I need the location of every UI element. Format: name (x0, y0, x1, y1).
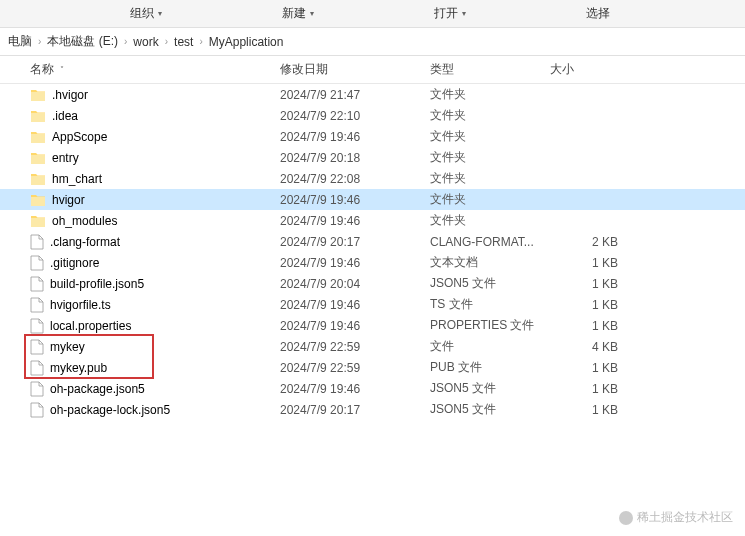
folder-icon (30, 214, 46, 228)
file-row[interactable]: mykey2024/7/9 22:59文件4 KB (0, 336, 745, 357)
column-name-header[interactable]: 名称 ˅ (0, 61, 280, 78)
file-date-cell: 2024/7/9 22:10 (280, 109, 430, 123)
file-date-cell: 2024/7/9 20:04 (280, 277, 430, 291)
toolbar-select-label: 选择 (586, 5, 610, 22)
file-name-cell: oh_modules (0, 214, 280, 228)
file-icon (30, 339, 44, 355)
chevron-right-icon: › (124, 36, 127, 47)
file-type-cell: 文本文档 (430, 254, 550, 271)
file-list: .hvigor2024/7/9 21:47文件夹.idea2024/7/9 22… (0, 84, 745, 420)
file-name-cell: .gitignore (0, 255, 280, 271)
columns-header: 名称 ˅ 修改日期 类型 大小 (0, 56, 745, 84)
breadcrumb-item[interactable]: 本地磁盘 (E:) (47, 33, 118, 50)
folder-icon (30, 109, 46, 123)
file-type-cell: TS 文件 (430, 296, 550, 313)
file-size-cell: 4 KB (550, 340, 630, 354)
folder-icon (30, 130, 46, 144)
file-type-cell: PUB 文件 (430, 359, 550, 376)
file-row[interactable]: local.properties2024/7/9 19:46PROPERTIES… (0, 315, 745, 336)
file-type-cell: 文件夹 (430, 212, 550, 229)
file-row[interactable]: AppScope2024/7/9 19:46文件夹 (0, 126, 745, 147)
file-type-cell: 文件夹 (430, 128, 550, 145)
file-date-cell: 2024/7/9 20:18 (280, 151, 430, 165)
breadcrumb-item[interactable]: test (174, 35, 193, 49)
file-type-cell: JSON5 文件 (430, 401, 550, 418)
file-name-label: .clang-format (50, 235, 120, 249)
file-date-cell: 2024/7/9 22:08 (280, 172, 430, 186)
chevron-down-icon: ▾ (158, 9, 162, 18)
chevron-right-icon: › (199, 36, 202, 47)
file-name-cell: oh-package-lock.json5 (0, 402, 280, 418)
breadcrumb-item[interactable]: work (133, 35, 158, 49)
file-type-cell: PROPERTIES 文件 (430, 317, 550, 334)
file-row[interactable]: .idea2024/7/9 22:10文件夹 (0, 105, 745, 126)
watermark: 稀土掘金技术社区 (619, 509, 733, 526)
file-row[interactable]: mykey.pub2024/7/9 22:59PUB 文件1 KB (0, 357, 745, 378)
file-icon (30, 276, 44, 292)
toolbar-new-label: 新建 (282, 5, 306, 22)
file-row[interactable]: .gitignore2024/7/9 19:46文本文档1 KB (0, 252, 745, 273)
folder-icon (30, 151, 46, 165)
file-row[interactable]: hvigor2024/7/9 19:46文件夹 (0, 189, 745, 210)
file-date-cell: 2024/7/9 20:17 (280, 235, 430, 249)
file-type-cell: JSON5 文件 (430, 380, 550, 397)
toolbar-organize[interactable]: 组织 ▾ (130, 5, 162, 22)
file-row[interactable]: oh-package-lock.json52024/7/9 20:17JSON5… (0, 399, 745, 420)
file-name-cell: hvigorfile.ts (0, 297, 280, 313)
file-icon (30, 318, 44, 334)
file-date-cell: 2024/7/9 22:59 (280, 340, 430, 354)
file-row[interactable]: oh-package.json52024/7/9 19:46JSON5 文件1 … (0, 378, 745, 399)
file-date-cell: 2024/7/9 19:46 (280, 256, 430, 270)
file-row[interactable]: .clang-format2024/7/9 20:17CLANG-FORMAT.… (0, 231, 745, 252)
file-size-cell: 1 KB (550, 319, 630, 333)
file-row[interactable]: build-profile.json52024/7/9 20:04JSON5 文… (0, 273, 745, 294)
file-row[interactable]: .hvigor2024/7/9 21:47文件夹 (0, 84, 745, 105)
breadcrumb-item[interactable]: 电脑 (8, 33, 32, 50)
file-name-cell: entry (0, 151, 280, 165)
file-row[interactable]: hm_chart2024/7/9 22:08文件夹 (0, 168, 745, 189)
file-size-cell: 1 KB (550, 298, 630, 312)
folder-icon (30, 193, 46, 207)
file-name-label: hvigor (52, 193, 85, 207)
file-name-label: local.properties (50, 319, 131, 333)
file-name-label: .idea (52, 109, 78, 123)
column-type-header[interactable]: 类型 (430, 61, 550, 78)
file-date-cell: 2024/7/9 21:47 (280, 88, 430, 102)
file-size-cell: 1 KB (550, 382, 630, 396)
file-name-label: .hvigor (52, 88, 88, 102)
column-date-header[interactable]: 修改日期 (280, 61, 430, 78)
breadcrumb-item[interactable]: MyApplication (209, 35, 284, 49)
folder-icon (30, 88, 46, 102)
column-name-label: 名称 (30, 61, 54, 78)
file-name-cell: mykey.pub (0, 360, 280, 376)
toolbar-open[interactable]: 打开 ▾ (434, 5, 466, 22)
file-row[interactable]: hvigorfile.ts2024/7/9 19:46TS 文件1 KB (0, 294, 745, 315)
file-name-label: mykey.pub (50, 361, 107, 375)
breadcrumb: 电脑 › 本地磁盘 (E:) › work › test › MyApplica… (0, 28, 745, 56)
file-row[interactable]: entry2024/7/9 20:18文件夹 (0, 147, 745, 168)
file-type-cell: 文件夹 (430, 107, 550, 124)
toolbar: 组织 ▾ 新建 ▾ 打开 ▾ 选择 (0, 0, 745, 28)
toolbar-new[interactable]: 新建 ▾ (282, 5, 314, 22)
file-name-label: entry (52, 151, 79, 165)
file-date-cell: 2024/7/9 20:17 (280, 403, 430, 417)
toolbar-organize-label: 组织 (130, 5, 154, 22)
file-name-cell: .hvigor (0, 88, 280, 102)
file-type-cell: 文件夹 (430, 191, 550, 208)
file-row[interactable]: oh_modules2024/7/9 19:46文件夹 (0, 210, 745, 231)
toolbar-open-label: 打开 (434, 5, 458, 22)
file-name-label: build-profile.json5 (50, 277, 144, 291)
file-name-label: mykey (50, 340, 85, 354)
watermark-icon (619, 511, 633, 525)
file-name-cell: .clang-format (0, 234, 280, 250)
toolbar-select[interactable]: 选择 (586, 5, 610, 22)
file-date-cell: 2024/7/9 19:46 (280, 382, 430, 396)
file-date-cell: 2024/7/9 22:59 (280, 361, 430, 375)
file-size-cell: 1 KB (550, 256, 630, 270)
column-size-header[interactable]: 大小 (550, 61, 630, 78)
file-type-cell: 文件夹 (430, 86, 550, 103)
file-name-cell: mykey (0, 339, 280, 355)
file-name-cell: .idea (0, 109, 280, 123)
file-name-cell: hm_chart (0, 172, 280, 186)
file-name-label: oh-package.json5 (50, 382, 145, 396)
